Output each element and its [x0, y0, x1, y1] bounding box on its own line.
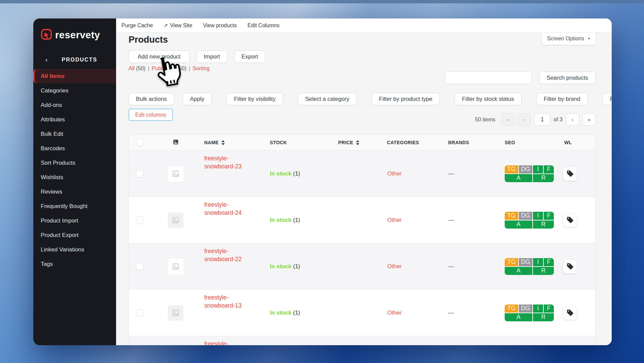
- screen-options-label: Screen Options: [547, 36, 584, 42]
- sort-arrows-icon[interactable]: [221, 140, 225, 145]
- seo-badge-i: I: [533, 212, 543, 220]
- wishlist-cell: [561, 306, 596, 320]
- sidebar-item-linked-variations[interactable]: Linked Variations: [33, 242, 116, 257]
- wishlist-tag-button[interactable]: [563, 167, 577, 181]
- column-header-brands: BRANDS: [448, 140, 504, 145]
- filter-button[interactable]: Filter: [603, 93, 612, 105]
- seo-cell: TGDGIFAR: [504, 165, 561, 182]
- row-checkbox[interactable]: [136, 263, 143, 270]
- category-link[interactable]: Other: [386, 310, 448, 316]
- product-image-placeholder: [168, 305, 183, 321]
- wishlist-tag-button[interactable]: [563, 306, 577, 320]
- seo-badge-tg: TG: [505, 165, 518, 173]
- pagination-page-input[interactable]: [534, 113, 550, 126]
- pagination-last-button[interactable]: »: [582, 113, 596, 126]
- column-header-name[interactable]: NAME: [201, 140, 268, 145]
- category-link[interactable]: Other: [386, 263, 448, 270]
- sidebar-item-frequently-bought[interactable]: Frequently Bought: [33, 199, 116, 213]
- select-all-checkbox[interactable]: [136, 139, 143, 146]
- seo-badge-a: A: [505, 267, 532, 275]
- column-label-price: PRICE: [338, 140, 353, 145]
- collapse-chevron-icon[interactable]: ‹: [45, 56, 47, 64]
- row-select-cell: [129, 170, 150, 177]
- sidebar-item-barcodes[interactable]: Barcodes: [33, 141, 116, 156]
- pagination-first-button[interactable]: «: [501, 113, 514, 126]
- edit-columns-button[interactable]: Edit columns: [129, 109, 173, 121]
- product-name-link[interactable]: freestyle-snowboard-24: [201, 197, 268, 217]
- category-link[interactable]: Other: [386, 217, 448, 224]
- view-filter-sorting[interactable]: Sorting: [192, 66, 210, 72]
- product-name-link[interactable]: freestyle-snowboard-13: [201, 290, 268, 310]
- topbar-link-edit-columns[interactable]: Edit Columns: [248, 23, 280, 29]
- page-actions: Add new productImportExport: [129, 50, 596, 63]
- stock-cell: In stock (1): [268, 263, 337, 270]
- row-checkbox[interactable]: [136, 309, 143, 317]
- sidebar-item-categories[interactable]: Categories: [33, 83, 116, 98]
- topbar-link-label: Edit Columns: [248, 23, 280, 29]
- product-name-link[interactable]: freestyle-snowboard-22: [201, 243, 268, 263]
- sidebar-item-add-ons[interactable]: Add-ons: [33, 98, 116, 112]
- view-filter-link: Published: [152, 66, 175, 71]
- brand-cell: —: [448, 310, 504, 316]
- topbar-link-view-site[interactable]: ↗View Site: [164, 23, 192, 29]
- view-filter-count: (50): [175, 66, 186, 71]
- search-input[interactable]: [445, 72, 532, 84]
- wishlist-cell: [561, 167, 596, 181]
- row-checkbox[interactable]: [136, 216, 143, 224]
- sidebar-item-sort-products[interactable]: Sort Products: [33, 156, 116, 170]
- select-a-category-dropdown[interactable]: Select a category: [298, 93, 357, 105]
- sidebar-item-attributes[interactable]: Attributes: [33, 112, 116, 127]
- brand-cell: —: [448, 170, 504, 177]
- seo-badge-r: R: [533, 313, 554, 321]
- filter-by-stock-status-dropdown[interactable]: Filter by stock status: [455, 93, 522, 105]
- filter-by-brand-dropdown[interactable]: Filter by brand: [536, 93, 588, 105]
- column-label-categories: CATEGORIES: [387, 140, 419, 145]
- search-products-button[interactable]: Search products: [539, 72, 596, 84]
- add-new-product-button[interactable]: Add new product: [129, 50, 190, 63]
- filter-by-visibility-dropdown[interactable]: Filter by visibility: [226, 93, 283, 105]
- import-button[interactable]: Import: [196, 50, 227, 63]
- category-link[interactable]: Other: [386, 170, 448, 177]
- sidebar-item-product-export[interactable]: Product Export: [33, 228, 116, 242]
- seo-cell: TGDGIFAR: [504, 305, 561, 321]
- sort-arrows-icon[interactable]: [356, 140, 359, 145]
- bulk-actions-select[interactable]: Bulk actions: [129, 93, 174, 105]
- sidebar-item-reviews[interactable]: Reviews: [33, 185, 116, 199]
- app-window: reservety ‹ PRODUCTS All ItemsCategories…: [33, 18, 612, 345]
- seo-cell: TGDGIFAR: [504, 212, 561, 229]
- seo-badges[interactable]: TGDGIFAR: [505, 165, 554, 182]
- view-filter-count: (50): [135, 66, 146, 71]
- stock-count: (1): [291, 310, 300, 316]
- wishlist-tag-button[interactable]: [563, 213, 577, 227]
- sidebar-item-bulk-edit[interactable]: Bulk Edit: [33, 127, 116, 141]
- sidebar-item-wishlists[interactable]: Wishlists: [33, 170, 116, 185]
- export-button[interactable]: Export: [234, 50, 265, 63]
- sidebar-item-product-import[interactable]: Product Import: [33, 213, 116, 228]
- screen-options-button[interactable]: Screen Options ▼: [541, 33, 596, 45]
- app-logo[interactable]: reservety: [33, 18, 116, 41]
- product-image-placeholder: [168, 259, 183, 274]
- seo-badges[interactable]: TGDGIFAR: [505, 258, 554, 275]
- seo-badges[interactable]: TGDGIFAR: [505, 212, 554, 229]
- main-area: Purge Cache↗View SiteView productsEdit C…: [116, 18, 612, 345]
- sidebar-item-tags[interactable]: Tags: [33, 257, 116, 271]
- view-filter-all[interactable]: All (50): [129, 66, 146, 72]
- row-checkbox[interactable]: [136, 170, 143, 177]
- pagination-prev-button[interactable]: ‹: [518, 113, 531, 126]
- topbar-link-view-products[interactable]: View products: [203, 23, 237, 29]
- product-name-link[interactable]: freestyle-: [201, 336, 268, 345]
- view-filter-published[interactable]: Published (50): [152, 66, 186, 72]
- seo-badge-dg: DG: [519, 258, 532, 266]
- seo-badges[interactable]: TGDGIFAR: [505, 305, 554, 321]
- apply-button[interactable]: Apply: [183, 93, 212, 105]
- product-image-cell: [150, 305, 201, 321]
- column-header-price[interactable]: PRICE: [337, 140, 386, 145]
- wishlist-tag-button[interactable]: [563, 259, 577, 274]
- sidebar-item-all-items[interactable]: All Items: [33, 69, 116, 83]
- filter-by-product-type-dropdown[interactable]: Filter by product type: [371, 93, 440, 105]
- seo-badge-a: A: [505, 174, 532, 182]
- column-header-seo: SEO: [504, 140, 561, 145]
- pagination-next-button[interactable]: ›: [566, 113, 579, 126]
- topbar-link-purge-cache[interactable]: Purge Cache: [121, 23, 153, 29]
- product-name-link[interactable]: freestyle-snowboard-23: [201, 151, 268, 170]
